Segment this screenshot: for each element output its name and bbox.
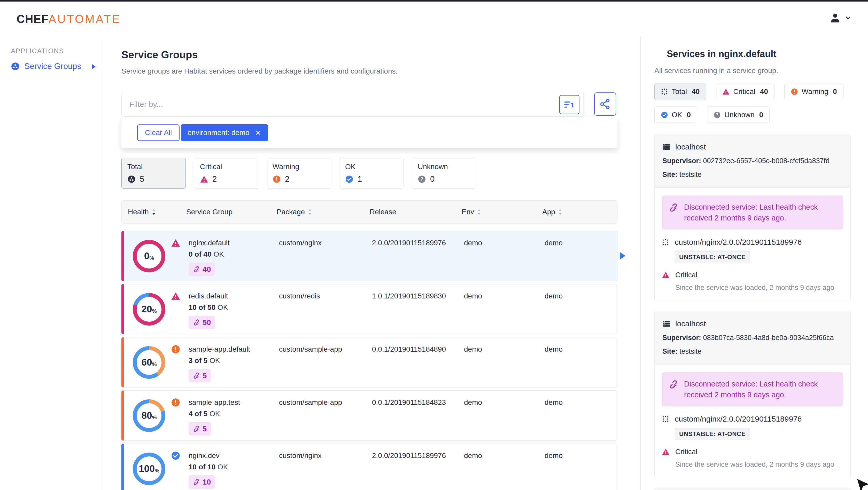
ok-ratio: 10 of 10 OK [189,463,228,471]
service-group-name: sample-app.test [189,398,240,406]
ok-ratio: 0 of 40 OK [189,250,224,258]
health-badge-critical[interactable]: Critical 40 [716,83,774,100]
status-tab-warning[interactable]: Warning 2 [267,158,331,189]
release-cell: 2.0.0/20190115189976 [372,231,464,281]
sidebar-item-service-groups[interactable]: Service Groups [11,61,96,71]
package-cell: custom/sample-app [279,337,372,387]
sort-icon[interactable] [558,209,562,215]
health-donut: 60% [133,346,165,379]
health-badge-unknown[interactable]: ? Unknown 0 [707,106,770,123]
package-cell: custom/redis [279,284,372,334]
disconnected-count-chip: 10 [189,475,215,489]
health-donut: 100% [133,453,165,485]
critical-icon [200,175,208,183]
service-group-cell: redis.default 10 of 50 OK 50 [189,284,279,334]
service-card: localhost Supervisor: 002732ee-6557-405c… [654,134,851,301]
app-header: CHEFAUTOMATE [0,2,868,36]
close-icon[interactable] [255,129,261,136]
health-badge-total[interactable]: Total 40 [654,83,706,100]
habitat-icon [127,175,135,183]
table-row[interactable]: 80% sample-app.test 4 of 5 OK 5 custom/s… [121,390,617,441]
status-tab-ok[interactable]: OK 1 [339,158,404,189]
status-tab-total[interactable]: Total 5 [121,158,186,189]
site-line: Site: testsite [662,171,843,178]
sidebar: APPLICATIONS Service Groups [0,36,103,490]
service-group-cell: nginx.dev 10 of 10 OK 10 [189,444,279,490]
table-row[interactable]: 0% nginx.default 0 of 40 OK 40 custom/ng… [121,231,617,281]
detail-panel-subtitle: All services running in a service group. [654,67,778,75]
column-header-health[interactable]: Health [128,208,186,216]
package-cell: custom/sample-app [279,391,372,440]
filter-chip-label: environment: demo [188,129,250,137]
app-cell: demo [545,284,617,334]
since-loaded-text: Since the service was loaded, 2 months 9… [675,284,843,292]
env-cell: demo [464,337,545,387]
server-icon [662,320,671,328]
chef-automate-app: CHEFAUTOMATE APPLICATIONS Service Groups… [0,0,868,490]
release-cell: 0.0.1/20190115184890 [372,337,464,387]
status-tab-critical[interactable]: Critical 2 [194,158,258,189]
disconnected-notice: Disconnected service: Last health check … [662,372,843,406]
ok-ratio: 4 of 5 OK [189,410,220,418]
host-name: localhost [675,319,706,328]
filter-chip-environment-demo[interactable]: environment: demo [181,124,268,141]
table-row[interactable]: 60% sample-app.default 3 of 5 OK 5 custo… [121,337,617,388]
share-button[interactable] [594,92,616,116]
critical-icon [722,88,730,95]
column-header-service-group[interactable]: Service Group [186,208,277,216]
services-detail-panel: Services in nginx.default All services r… [641,36,868,490]
health-donut: 20% [133,293,165,326]
column-header-release[interactable]: Release [370,208,462,216]
server-icon [662,143,671,151]
supervisor-line: Supervisor: 002732ee-6557-405c-b008-cfcf… [662,157,843,165]
health-cell: 0% [130,231,189,281]
broken-link-icon [193,479,200,486]
svg-text:?: ? [716,112,718,117]
sidebar-item-label: Service Groups [24,61,87,71]
ok-ratio: 3 of 5 OK [189,357,220,365]
user-menu[interactable] [829,12,852,24]
filter-count-button[interactable]: 1 [559,95,580,114]
app-cell: demo [545,231,617,281]
detail-panel-title: Services in nginx.default [654,48,776,59]
sort-icon[interactable] [308,209,312,215]
column-header-app[interactable]: App [542,208,617,216]
app-cell: demo [545,391,617,440]
site-line: Site: testsite [662,348,843,356]
chevron-down-icon [844,14,852,22]
dots-icon [661,88,668,95]
service-cards: localhost Supervisor: 002732ee-6557-405c… [654,134,851,490]
health-badge-warning[interactable]: Warning 0 [784,83,843,100]
sort-icon[interactable] [477,209,481,215]
env-cell: demo [464,231,545,281]
critical-icon [662,271,670,279]
chef-automate-logo[interactable]: CHEFAUTOMATE [17,13,121,25]
env-cell: demo [464,284,545,334]
since-loaded-text: Since the service was loaded, 2 months 9… [675,461,843,468]
service-group-cell: nginx.default 0 of 40 OK 40 [189,231,279,281]
critical-icon [171,291,180,301]
logo-chef: CHEF [17,13,49,25]
release-cell: 1.0.1/20190115189830 [372,284,464,334]
status-tab-unknown[interactable]: Unknown ? 0 [412,158,476,189]
svg-text:1: 1 [571,101,574,109]
service-group-name: sample-app.default [189,345,250,353]
disconnected-notice: Disconnected service: Last health check … [662,195,843,230]
env-cell: demo [464,444,545,490]
sort-icon[interactable] [152,209,156,215]
table-row[interactable]: 100% nginx.dev 10 of 10 OK 10 custom/ngi… [121,444,617,490]
unknown-icon: ? [714,111,721,119]
package-cell: custom/nginx [279,231,372,281]
table-row[interactable]: 20% redis.default 10 of 50 OK 50 custom/… [121,284,617,334]
filter-input[interactable] [129,92,537,117]
health-cell: 80% [130,391,189,440]
health-donut: 0% [133,240,165,272]
disconnected-count-chip: 40 [189,263,215,276]
column-header-package[interactable]: Package [277,208,370,216]
clear-all-filters-button[interactable]: Clear All [137,124,180,141]
column-header-env[interactable]: Env [462,208,542,216]
top-navigation [121,2,196,36]
service-card-header: localhost Supervisor: 083b07ca-5830-4a8d… [655,311,850,364]
broken-link-icon [193,319,200,326]
health-badge-ok[interactable]: OK 0 [654,106,697,123]
